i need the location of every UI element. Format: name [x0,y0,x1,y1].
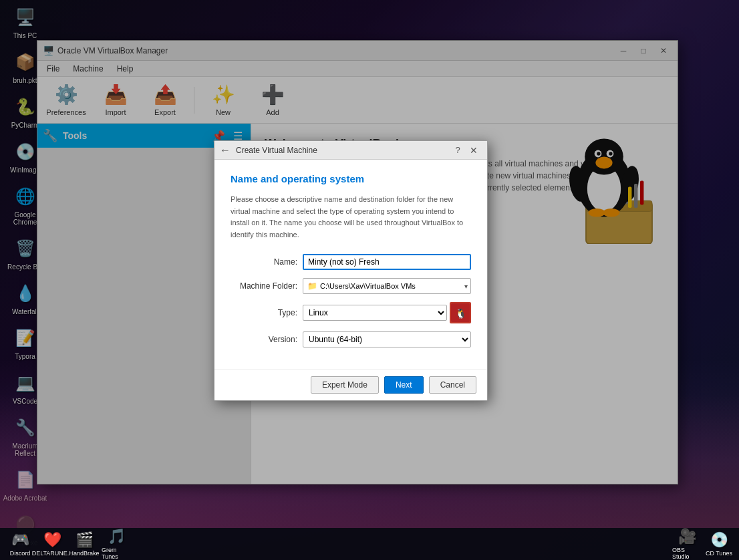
discord-icon: 🎮 [11,531,29,549]
expert-mode-button[interactable]: Expert Mode [311,376,379,394]
taskbar-icon-deltarun[interactable]: ❤️ DELTARUNE... [37,529,67,559]
create-vm-dialog: ← Create Virtual Machine ? ✕ Name and op… [214,140,488,401]
handbrake-icon: 🎬 [76,531,94,549]
name-label: Name: [231,257,297,267]
grem-tunes-icon: 🎵 [108,528,126,545]
taskbar-icon-obs[interactable]: 🎥 OBS Studio [672,529,702,559]
next-button[interactable]: Next [384,376,424,394]
dialog-back-button[interactable]: ← [220,144,231,156]
dialog-help-button[interactable]: ? [450,142,466,158]
cd-tunes-icon: 💿 [710,531,728,549]
section-title: Name and operating system [231,173,471,184]
name-row: Name: [231,254,471,270]
dialog-description: Please choose a descriptive name and des… [231,194,471,241]
name-input[interactable] [303,254,471,270]
folder-chevron-icon: ▾ [464,283,468,290]
taskbar-icon-handbrake[interactable]: 🎬 HandBrake [69,529,99,559]
type-label: Type: [231,308,297,317]
version-label: Version: [231,335,297,344]
obs-icon: 🎥 [678,528,696,545]
folder-value: C:\Users\Xav\VirtualBox VMs [320,282,466,290]
deltarun-icon: ❤️ [43,531,61,549]
folder-label: Machine Folder: [231,281,297,291]
svg-text:🐧: 🐧 [455,308,467,319]
dialog-close-button[interactable]: ✕ [466,142,482,158]
dialog-title: Create Virtual Machine [236,146,450,155]
folder-row: Machine Folder: 📁 C:\Users\Xav\VirtualBo… [231,278,471,294]
dialog-footer: Expert Mode Next Cancel [214,369,487,400]
folder-icon: 📁 [307,281,317,291]
taskbar: 🎮 Discord ❤️ DELTARUNE... 🎬 HandBrake 🎵 … [0,528,739,560]
cancel-button[interactable]: Cancel [429,376,476,394]
taskbar-icon-grem-tunes[interactable]: 🎵 Grem Tunes [102,529,131,559]
type-select[interactable]: Linux Windows macOS BSD Solaris Other [303,305,447,321]
dialog-titlebar: ← Create Virtual Machine ? ✕ [214,141,487,160]
taskbar-icon-discord[interactable]: 🎮 Discord [5,529,35,559]
version-row: Version: Ubuntu (64-bit) Ubuntu (32-bit)… [231,331,471,347]
taskbar-icon-cd-tunes[interactable]: 💿 CD Tunes [704,529,734,559]
type-row: Type: Linux Windows macOS BSD Solaris Ot… [231,302,471,323]
dialog-body: Name and operating system Please choose … [214,160,487,369]
type-with-icon: Linux Windows macOS BSD Solaris Other 🐧 [303,302,471,323]
version-select[interactable]: Ubuntu (64-bit) Ubuntu (32-bit) Debian (… [303,331,471,347]
os-icon: 🐧 [450,302,471,323]
folder-dropdown[interactable]: 📁 C:\Users\Xav\VirtualBox VMs ▾ [303,278,471,294]
